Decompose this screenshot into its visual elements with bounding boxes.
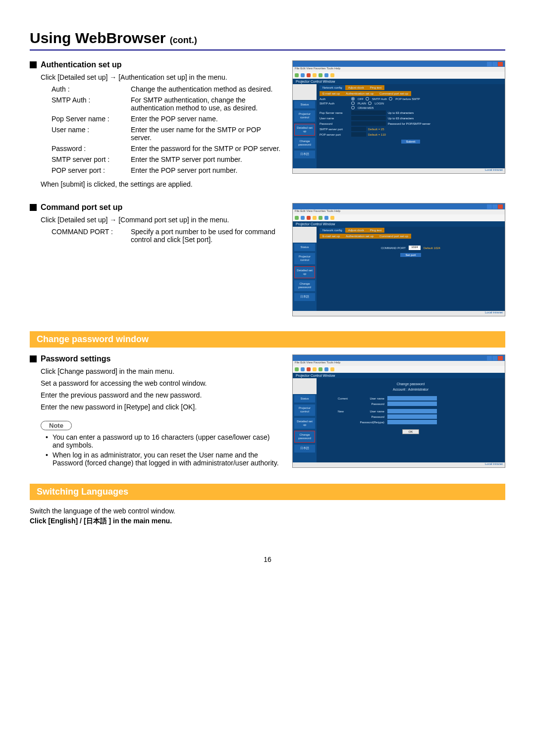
shot-menubar: File Edit View Favorites Tools Help [293, 361, 505, 366]
cmdport-default: Default 1024 [424, 247, 440, 250]
back-icon [295, 367, 299, 371]
shot-toolbar [293, 72, 505, 79]
cmd-term: COMMAND PORT : [52, 228, 131, 244]
logo-icon [293, 227, 317, 243]
input-cur-password[interactable] [387, 402, 437, 406]
lbl-username: User name [358, 397, 387, 400]
radio-smtp[interactable] [366, 97, 369, 101]
pwset-heading-text: Password settings [41, 354, 110, 363]
tab-email[interactable]: E-mail set up [320, 234, 343, 239]
lbl-password: Password [320, 122, 349, 125]
sidebar-item-change-password[interactable]: Change password [294, 431, 315, 443]
back-icon [295, 73, 299, 77]
input-smtpport[interactable] [351, 127, 366, 131]
lbl-username: User name [320, 117, 349, 120]
tab-network[interactable]: Network config [320, 228, 345, 233]
auth-term: POP server port : [52, 166, 131, 174]
tab-ping[interactable]: Ping test [367, 85, 384, 90]
favorites-icon [324, 73, 328, 77]
radio-popbefore[interactable] [389, 97, 392, 101]
auth-def: Enter the SMTP server port number. [131, 155, 282, 163]
input-popserver[interactable] [351, 110, 386, 115]
page-title-cont: (cont.) [170, 35, 197, 45]
shot-statusbar: Local intranet [293, 462, 505, 467]
auth-term: User name : [52, 126, 131, 142]
pwset-line4: Enter the new password in [Retype] and c… [30, 403, 282, 411]
sidebar-item-projector-control[interactable]: Projector control [294, 253, 315, 264]
shot-main: Change password Account : Administrator … [317, 378, 505, 462]
auth-term: Auth : [52, 85, 131, 93]
auth-desc-table: Auth :Change the authentication method a… [30, 85, 282, 174]
input-password[interactable] [351, 121, 386, 126]
sidebar-item-lang[interactable]: 日本語 [294, 151, 315, 158]
tab-email[interactable]: E-mail set up [320, 91, 343, 96]
switch-line2: Click [English] / [日本語 ] in the main men… [30, 517, 505, 526]
close-icon [498, 62, 503, 66]
sidebar-item-projector-control[interactable]: Projector control [294, 404, 315, 415]
maximize-icon [492, 356, 497, 360]
stop-icon [307, 216, 311, 220]
input-new-username[interactable] [387, 409, 437, 413]
search-icon [319, 216, 322, 220]
tab-adjust[interactable]: Adjust clock [345, 228, 367, 233]
tab-auth[interactable]: Authentication set up [343, 234, 376, 239]
auth-def: Enter the password for the SMTP or POP s… [131, 145, 282, 152]
input-retype[interactable] [387, 420, 437, 424]
radio-plain[interactable] [351, 101, 355, 105]
shot-menubar: File Edit View Favorites Tools Help [293, 209, 505, 214]
tab-adjust[interactable]: Adjust clock [345, 85, 367, 90]
sidebar-item-status[interactable]: Status [294, 244, 315, 251]
tab-network[interactable]: Network config [320, 85, 345, 90]
sidebar-item-status[interactable]: Status [294, 101, 315, 108]
shot-pcw: Projector Control Window [293, 221, 505, 227]
ok-button[interactable]: OK [402, 429, 420, 434]
search-icon [319, 73, 322, 77]
sidebar-item-status[interactable]: Status [294, 395, 315, 403]
sidebar-item-change-password[interactable]: Change password [294, 280, 315, 291]
screenshot-password: File Edit View Favorites Tools Help Proj… [292, 354, 505, 468]
sidebar-item-detailed-setup[interactable]: Detailed set up [294, 124, 315, 136]
stop-icon [307, 73, 311, 77]
cmd-heading-text: Command port set up [41, 203, 122, 212]
radio-off[interactable] [351, 97, 355, 101]
home-icon [313, 216, 317, 220]
shot-pcw: Projector Control Window [293, 79, 505, 84]
radio-crammd5[interactable] [351, 106, 355, 109]
sidebar-item-lang[interactable]: 日本語 [294, 445, 315, 452]
sidebar-item-projector-control[interactable]: Projector control [294, 110, 315, 121]
sidebar-item-detailed-setup[interactable]: Detailed set up [294, 266, 315, 278]
setport-button[interactable]: Set port [400, 253, 421, 257]
sidebar-item-detailed-setup[interactable]: Detailed set up [294, 418, 315, 429]
sidebar-item-change-password[interactable]: Change password [294, 138, 315, 149]
cmd-def: Specify a port number to be used for com… [131, 228, 282, 244]
input-cur-username[interactable] [387, 396, 437, 401]
search-icon [319, 367, 322, 371]
favorites-icon [324, 367, 328, 371]
change-password-title: Change password [320, 382, 502, 386]
lbl-auth: Auth [320, 98, 349, 101]
shot-statusbar: Local intranet [293, 168, 505, 173]
sidebar-item-lang[interactable]: 日本語 [294, 293, 315, 301]
radio-login[interactable] [368, 101, 372, 105]
auth-intro: Click [Detailed set up] → [Authenticatio… [30, 73, 282, 81]
lbl-popport: POP server port [320, 133, 349, 136]
shot-titlebar [293, 61, 505, 67]
input-new-password[interactable] [387, 414, 437, 419]
home-icon [313, 367, 317, 371]
auth-closing: When [submit] is clicked, the settings a… [30, 180, 282, 188]
input-username[interactable] [351, 116, 386, 120]
tab-cmdport[interactable]: Command port set up [376, 234, 411, 239]
logo-icon [293, 84, 317, 100]
shot-sidebar: Status Projector control Detailed set up… [293, 84, 317, 168]
auth-def: Enter the POP server name. [131, 115, 282, 123]
screenshot-auth: File Edit View Favorites Tools Help Proj… [292, 60, 505, 174]
shot-titlebar [293, 203, 505, 209]
shot-pcw: Projector Control Window [293, 373, 505, 378]
tab-auth[interactable]: Authentication set up [343, 91, 376, 96]
input-popport[interactable] [351, 132, 366, 137]
input-cmdport[interactable]: 1024 [409, 246, 421, 250]
tab-ping[interactable]: Ping test [367, 228, 384, 233]
maximize-icon [492, 204, 497, 209]
submit-button[interactable]: Submit [401, 140, 421, 144]
tab-cmdport[interactable]: Command port set up [376, 91, 411, 96]
